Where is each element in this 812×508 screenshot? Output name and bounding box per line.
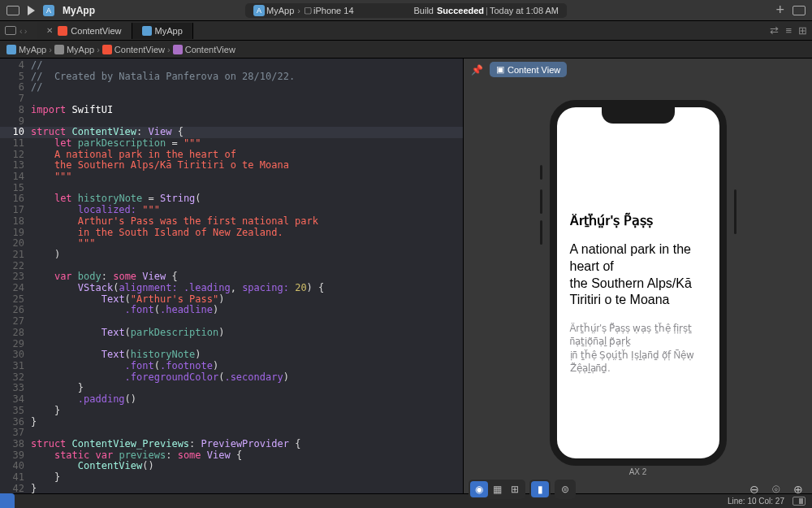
tab-bar: ‹› ✕ContentViewMyApp ⇄ ≡ ⊞ <box>0 21 812 41</box>
crumb-segment[interactable]: MyApp <box>19 45 46 54</box>
nav-back-icon[interactable]: ‹ <box>19 26 23 36</box>
chevron-right-icon: › <box>296 6 302 15</box>
scheme-name[interactable]: MyApp <box>63 5 95 16</box>
live-preview-button[interactable]: ◉ <box>470 481 488 497</box>
preview-footnote: Ärṯḧṳ́r'ṣ P̃ạṣṣ ẉạṣ ṯḧệ f̣ịṛṣṯ ñạṯịọ̃ñạḻ… <box>570 322 706 375</box>
activity-device: iPhone 14 <box>313 6 354 15</box>
crumb-icon <box>102 45 112 54</box>
zoom-out-button[interactable]: ⊖ <box>745 481 763 497</box>
crumb-icon <box>173 45 183 54</box>
preview-chip[interactable]: ▣ Content View <box>490 62 567 77</box>
inspector-toggle-icon[interactable] <box>793 6 806 15</box>
breadcrumb[interactable]: MyApp› MyApp› ContentView› ContentView <box>0 41 812 59</box>
zoom-fit-button[interactable]: ⦾ <box>767 481 785 497</box>
device-notch <box>602 107 675 124</box>
pin-icon[interactable]: 📌 <box>470 63 483 76</box>
activity-app-icon: A <box>253 5 265 16</box>
proj-icon <box>142 26 152 36</box>
tab-contentview[interactable]: ✕ContentView <box>37 23 132 39</box>
activity-viewer[interactable]: A MyApp › ▢ iPhone 14 Build Succeeded | … <box>245 3 567 18</box>
adjust-editor-icon[interactable]: ≡ <box>785 24 792 37</box>
code-editor[interactable]: 4567891011121314151617181920212223242526… <box>0 59 463 493</box>
add-editor-icon[interactable]: ⊞ <box>798 24 807 37</box>
sidebar-toggle-icon[interactable] <box>6 6 19 15</box>
build-prefix: Build <box>414 6 434 15</box>
nav-fwd-icon[interactable]: › <box>24 26 28 36</box>
swift-icon <box>58 26 67 36</box>
line-gutter: 4567891011121314151617181920212223242526… <box>0 59 31 493</box>
run-button[interactable] <box>28 6 35 15</box>
build-status: Succeeded <box>437 6 484 15</box>
chevron-right-icon: › <box>167 45 171 54</box>
preview-headline: Ärṯḧṳ́r'ṣ P̃ạṣṣ <box>570 213 706 228</box>
editor-options-icon[interactable]: ⇄ <box>770 24 779 37</box>
nav-toggle-icon[interactable] <box>5 26 16 35</box>
preview-ax-label: AX 2 <box>550 466 727 480</box>
status-accent <box>0 493 15 508</box>
minimap-toggle-icon[interactable] <box>793 497 806 506</box>
device-settings-button[interactable]: ▮ <box>531 481 549 497</box>
crumb-segment[interactable]: MyApp <box>67 45 94 54</box>
zoom-in-button[interactable]: ⊕ <box>789 481 807 497</box>
tab-label: ContentView <box>71 26 121 36</box>
library-button[interactable]: + <box>775 2 784 19</box>
code-content[interactable]: // // Created by Natalia Panferova on 28… <box>31 59 463 493</box>
crumb-segment[interactable]: ContentView <box>185 45 235 54</box>
activity-scheme: MyApp <box>266 6 294 15</box>
tab-close-icon[interactable]: ✕ <box>46 26 53 35</box>
tab-myapp[interactable]: MyApp <box>132 23 193 39</box>
crumb-icon <box>54 45 64 54</box>
preview-body: A national park in the heart of the Sout… <box>570 241 706 309</box>
build-time: Today at 1:08 AM <box>490 6 559 15</box>
preview-panel: 📌 ▣ Content View Ärṯḧṳ́r'ṣ P̃ạṣṣ A natio… <box>463 59 812 493</box>
crumb-icon <box>6 45 16 54</box>
main-toolbar: A MyApp A MyApp › ▢ iPhone 14 Build Succ… <box>0 0 812 21</box>
chevron-right-icon: › <box>97 45 100 54</box>
device-preview[interactable]: Ärṯḧṳ́r'ṣ P̃ạṣṣ A national park in the h… <box>550 100 727 466</box>
tab-label: MyApp <box>155 26 183 36</box>
preview-toolbar: ◉ ▦ ⊞ ▮ ⊜ ⊖ ⦾ ⊕ <box>464 480 812 499</box>
chevron-right-icon: › <box>49 45 52 54</box>
preview-settings-button[interactable]: ⊜ <box>556 481 574 497</box>
selectable-preview-button[interactable]: ▦ <box>488 481 506 497</box>
variants-preview-button[interactable]: ⊞ <box>506 481 524 497</box>
crumb-segment[interactable]: ContentView <box>114 45 165 54</box>
scheme-app-icon: A <box>43 5 54 16</box>
preview-chip-label: Content View <box>508 65 560 75</box>
cube-icon: ▣ <box>496 64 504 75</box>
